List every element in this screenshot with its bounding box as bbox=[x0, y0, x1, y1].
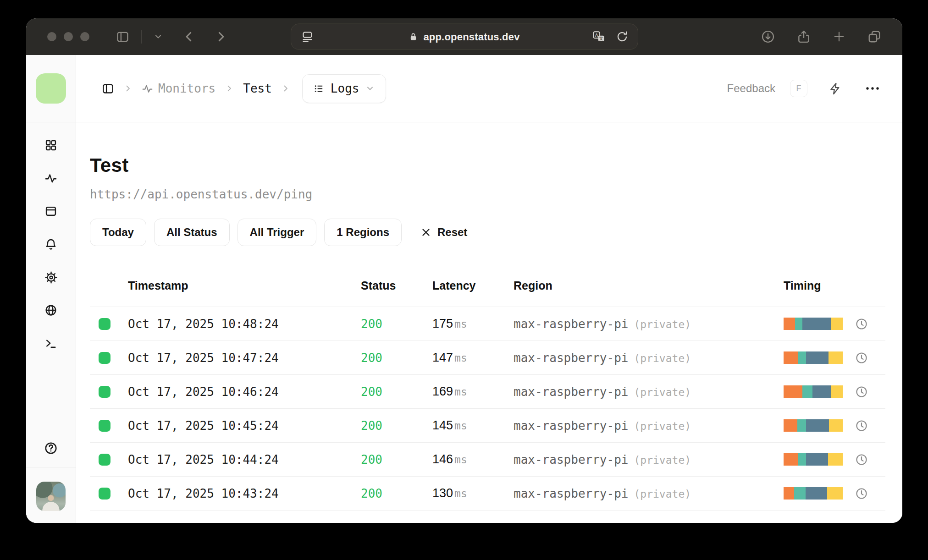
zoom-window-button[interactable] bbox=[80, 32, 89, 41]
titlebar-divider bbox=[141, 30, 142, 44]
reset-filters-button[interactable]: Reset bbox=[420, 226, 467, 239]
sidebar-item-regions[interactable] bbox=[40, 299, 62, 321]
clock-icon[interactable] bbox=[855, 453, 868, 466]
clock-icon[interactable] bbox=[855, 419, 868, 432]
user-avatar[interactable] bbox=[36, 482, 66, 511]
clock-icon[interactable] bbox=[855, 385, 868, 398]
view-switcher-logs[interactable]: Logs bbox=[302, 74, 387, 103]
chevron-right-icon bbox=[225, 84, 234, 93]
cell-region: max-raspberry-pi bbox=[514, 453, 628, 467]
traffic-lights bbox=[47, 32, 89, 41]
sidebar-item-cli[interactable] bbox=[40, 332, 62, 354]
sidebar-item-dashboard[interactable] bbox=[40, 134, 62, 156]
breadcrumb-monitor-name[interactable]: Test bbox=[243, 82, 272, 95]
close-icon bbox=[420, 227, 431, 238]
cell-region: max-raspberry-pi bbox=[514, 351, 628, 365]
filter-bar: Today All Status All Trigger 1 Regions R… bbox=[90, 219, 885, 246]
cell-status: 200 bbox=[361, 487, 432, 500]
status-dot bbox=[99, 488, 110, 500]
region-note: (private) bbox=[634, 386, 691, 398]
breadcrumb-monitors[interactable]: Monitors bbox=[142, 82, 215, 95]
table-header-row: Timestamp Status Latency Region Timing bbox=[90, 264, 885, 307]
tab-overview-icon[interactable] bbox=[867, 30, 881, 44]
column-status: Status bbox=[361, 279, 432, 292]
sidebar-item-settings[interactable] bbox=[40, 266, 62, 288]
activity-icon bbox=[44, 172, 57, 185]
latency-unit: ms bbox=[454, 454, 467, 466]
help-button[interactable] bbox=[40, 437, 62, 459]
svg-text:A: A bbox=[595, 33, 598, 38]
table-row[interactable]: Oct 17, 2025 10:43:24 200 130ms max-rasp… bbox=[90, 476, 885, 510]
sidebar-item-monitors[interactable] bbox=[40, 167, 62, 189]
ellipsis-icon bbox=[865, 86, 880, 91]
cell-latency: 169 bbox=[432, 384, 453, 399]
address-bar[interactable]: app.openstatus.dev A文 bbox=[291, 24, 638, 50]
browser-sidebar-toggle-icon[interactable] bbox=[116, 30, 129, 44]
column-timestamp: Timestamp bbox=[128, 279, 361, 292]
app-sidebar-toggle-icon[interactable] bbox=[102, 82, 114, 95]
latency-unit: ms bbox=[454, 386, 467, 398]
chevron-down-icon bbox=[365, 84, 375, 93]
downloads-icon[interactable] bbox=[761, 30, 775, 44]
timing-bar bbox=[784, 385, 843, 398]
filter-regions[interactable]: 1 Regions bbox=[324, 219, 402, 246]
close-window-button[interactable] bbox=[47, 32, 56, 41]
workspace-logo[interactable] bbox=[36, 73, 66, 104]
browser-icon bbox=[44, 205, 57, 218]
clock-icon[interactable] bbox=[855, 351, 868, 364]
filter-date[interactable]: Today bbox=[90, 219, 146, 246]
grid-icon bbox=[44, 139, 57, 152]
filter-status[interactable]: All Status bbox=[154, 219, 230, 246]
view-switcher-label: Logs bbox=[331, 82, 359, 95]
column-region: Region bbox=[514, 279, 784, 292]
feedback-button[interactable]: Feedback bbox=[727, 82, 775, 95]
quick-actions-button[interactable] bbox=[829, 82, 842, 95]
cell-region: max-raspberry-pi bbox=[514, 385, 628, 399]
latency-unit: ms bbox=[454, 352, 467, 364]
column-latency: Latency bbox=[432, 279, 514, 292]
sidebar-chevron-down-icon[interactable] bbox=[154, 32, 163, 41]
timing-bar bbox=[784, 487, 843, 500]
reload-icon[interactable] bbox=[616, 31, 629, 43]
table-row[interactable]: Oct 17, 2025 10:44:24 200 146ms max-rasp… bbox=[90, 442, 885, 476]
activity-icon bbox=[142, 83, 153, 94]
globe-icon bbox=[44, 304, 57, 317]
region-note: (private) bbox=[634, 318, 691, 330]
forward-button[interactable] bbox=[214, 30, 228, 44]
sidebar-item-status-pages[interactable] bbox=[40, 200, 62, 222]
status-dot bbox=[99, 420, 110, 432]
translate-icon[interactable]: A文 bbox=[592, 31, 606, 43]
timing-bar bbox=[784, 318, 843, 330]
status-dot bbox=[99, 386, 110, 398]
bell-icon bbox=[44, 238, 57, 251]
cell-latency: 145 bbox=[432, 418, 453, 433]
latency-unit: ms bbox=[454, 488, 467, 500]
filter-trigger[interactable]: All Trigger bbox=[238, 219, 317, 246]
region-note: (private) bbox=[634, 420, 691, 432]
minimize-window-button[interactable] bbox=[64, 32, 73, 41]
monitor-endpoint-url: https://api.openstatus.dev/ping bbox=[90, 187, 885, 201]
lightning-icon bbox=[829, 82, 842, 95]
status-dot bbox=[99, 352, 110, 364]
clock-icon[interactable] bbox=[855, 318, 868, 330]
cell-region: max-raspberry-pi bbox=[514, 487, 628, 500]
latency-unit: ms bbox=[454, 420, 467, 432]
list-icon bbox=[314, 83, 324, 94]
share-icon[interactable] bbox=[797, 30, 811, 44]
cell-timestamp: Oct 17, 2025 10:45:24 bbox=[128, 419, 361, 433]
lock-icon bbox=[409, 32, 418, 42]
sidebar-item-notifications[interactable] bbox=[40, 233, 62, 255]
more-options-button[interactable] bbox=[865, 86, 880, 91]
cell-region: max-raspberry-pi bbox=[514, 419, 628, 433]
table-row[interactable]: Oct 17, 2025 10:45:24 200 145ms max-rasp… bbox=[90, 408, 885, 442]
table-row[interactable]: Oct 17, 2025 10:47:24 200 147ms max-rasp… bbox=[90, 340, 885, 374]
clock-icon[interactable] bbox=[855, 487, 868, 500]
cell-latency: 147 bbox=[432, 351, 453, 365]
cell-region: max-raspberry-pi bbox=[514, 317, 628, 331]
table-row[interactable]: Oct 17, 2025 10:46:24 200 169ms max-rasp… bbox=[90, 374, 885, 408]
app-sidebar bbox=[26, 55, 76, 523]
back-button[interactable] bbox=[182, 30, 196, 44]
table-row[interactable]: Oct 17, 2025 10:48:24 200 175ms max-rasp… bbox=[90, 307, 885, 340]
breadcrumb: Monitors Test Logs bbox=[102, 74, 386, 103]
new-tab-icon[interactable] bbox=[833, 30, 845, 43]
